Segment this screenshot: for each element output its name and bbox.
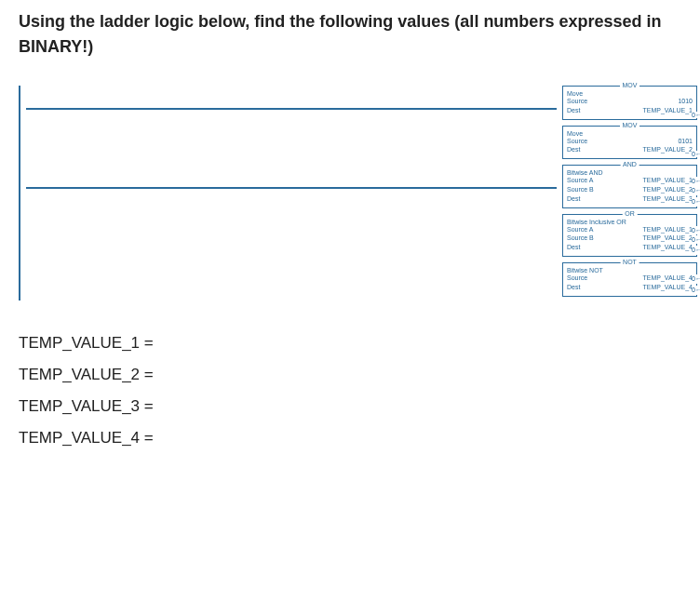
row-label: Source B [567, 234, 594, 243]
instruction-title: OR [622, 210, 638, 217]
row-value: 0101 [587, 137, 693, 146]
row-value: TEMP_VALUE_2 [594, 234, 693, 243]
instruction-sub: Bitwise Inclusive OR [567, 219, 693, 225]
row-label: Source B [567, 185, 594, 194]
row: Dest TEMP_VALUE_2 [567, 145, 693, 154]
and-instruction: AND Bitwise AND Source A TEMP_VALUE_1 0←… [562, 165, 697, 207]
corner-note: 0← [692, 274, 700, 284]
rung-wire [26, 187, 557, 189]
corner-note: 0← [692, 286, 700, 295]
instruction-title: MOV [620, 82, 640, 88]
answer-temp-value-1: TEMP_VALUE_1 = [19, 334, 681, 353]
row: Source A TEMP_VALUE_1 0← [567, 225, 693, 234]
row: Source TEMP_VALUE_4 0← [567, 274, 693, 283]
instruction-title: AND [620, 161, 639, 167]
corner-note: 0← [692, 112, 700, 118]
row-label: Dest [567, 194, 580, 204]
rung-1: MOV Move Source 1010 Dest TEMP_VALUE_1 0… [24, 86, 681, 159]
row-value: TEMP_VALUE_4 [580, 243, 693, 252]
row-label: Source [567, 274, 587, 283]
row-value: TEMP_VALUE_1 [580, 106, 693, 115]
rung-wire [26, 108, 557, 110]
row-label: Dest [567, 145, 580, 154]
rung-2: AND Bitwise AND Source A TEMP_VALUE_1 0←… [24, 165, 681, 296]
row-value: TEMP_VALUE_3 [580, 194, 693, 204]
answer-temp-value-3: TEMP_VALUE_3 = [19, 397, 681, 416]
row: Source 1010 [567, 97, 693, 106]
instruction-sub: Move [567, 130, 693, 137]
instruction-sub: Bitwise AND [567, 169, 693, 176]
corner-note: 0← [692, 197, 700, 207]
row: Source B TEMP_VALUE_2 0← [567, 234, 693, 243]
instruction-sub: Bitwise NOT [567, 267, 693, 274]
row-label: Dest [567, 106, 580, 115]
row-label: Source A [567, 176, 593, 185]
or-instruction: OR Bitwise Inclusive OR Source A TEMP_VA… [562, 214, 697, 257]
row-label: Source A [567, 225, 593, 234]
corner-note: 0← [692, 226, 700, 235]
row-label: Source [567, 97, 587, 106]
instruction-sub: Move [567, 90, 693, 97]
ladder-diagram: MOV Move Source 1010 Dest TEMP_VALUE_1 0… [19, 86, 681, 297]
row-label: Dest [567, 283, 580, 292]
row-label: Source [567, 137, 587, 146]
left-rail [19, 86, 20, 300]
instruction-title: MOV [620, 122, 640, 128]
corner-note: 0← [692, 246, 700, 255]
instruction-title: NOT [620, 259, 639, 265]
row-value: 1010 [587, 97, 693, 106]
row: Dest TEMP_VALUE_4 0← [567, 243, 693, 252]
row-value: TEMP_VALUE_1 [593, 176, 693, 185]
answer-temp-value-4: TEMP_VALUE_4 = [19, 429, 681, 447]
row-label: Dest [567, 243, 580, 252]
corner-note: 0← [692, 186, 700, 195]
row: Dest TEMP_VALUE_1 [567, 106, 693, 115]
question-text: Using the ladder logic below, find the f… [19, 9, 681, 60]
row-value: TEMP_VALUE_4 [587, 274, 693, 283]
answer-temp-value-2: TEMP_VALUE_2 = [19, 366, 681, 384]
row: Dest TEMP_VALUE_3 0← [567, 194, 693, 204]
row-value: TEMP_VALUE_1 [593, 225, 693, 234]
row: Source 0101 [567, 137, 693, 146]
row-value: TEMP_VALUE_2 [594, 185, 693, 194]
corner-note: 0← [692, 235, 700, 245]
mov-instruction-2: MOV Move Source 0101 Dest TEMP_VALUE_2 0… [562, 126, 697, 160]
row: Source B TEMP_VALUE_2 0← [567, 185, 693, 194]
corner-note: 0← [692, 177, 700, 186]
row-value: TEMP_VALUE_4 [580, 283, 693, 292]
row: Dest TEMP_VALUE_4 0← [567, 283, 693, 292]
row-value: TEMP_VALUE_2 [580, 145, 693, 154]
corner-note: 0← [692, 151, 700, 157]
not-instruction: NOT Bitwise NOT Source TEMP_VALUE_4 0← D… [562, 262, 697, 297]
mov-instruction-1: MOV Move Source 1010 Dest TEMP_VALUE_1 0… [562, 86, 697, 120]
row: Source A TEMP_VALUE_1 0← [567, 176, 693, 185]
